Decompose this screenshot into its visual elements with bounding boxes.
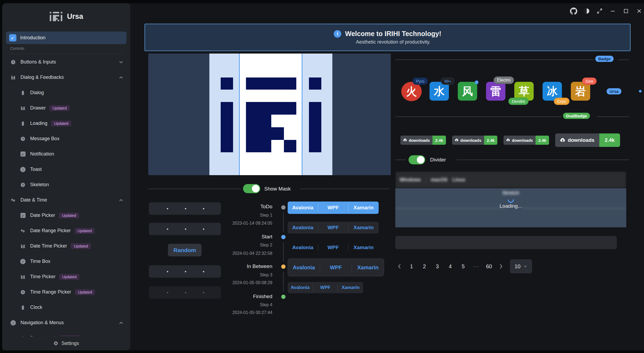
maximize-button[interactable] bbox=[622, 7, 630, 15]
date-picker-input[interactable] bbox=[149, 223, 221, 235]
theme-toggle-button[interactable] bbox=[583, 7, 591, 15]
updated-badge: Updated bbox=[51, 121, 71, 126]
divider bbox=[395, 59, 593, 60]
avalonia-button[interactable]: Avalonia bbox=[288, 264, 320, 271]
minimize-button[interactable] bbox=[609, 7, 617, 15]
chevron-up-icon bbox=[118, 75, 124, 80]
arrow-square-icon: ↙ bbox=[20, 213, 26, 218]
sidebar-item-toast[interactable]: ♪ Toast bbox=[2, 162, 130, 177]
sidebar-item-skeleton[interactable]: Skeleton bbox=[2, 177, 130, 192]
page-3-button[interactable]: 3 bbox=[432, 260, 442, 272]
sidebar-item-message-box[interactable]: Message Box bbox=[2, 131, 130, 146]
floppy-icon bbox=[10, 75, 16, 80]
wpf-button[interactable]: WPF bbox=[318, 245, 348, 250]
avalonia-button[interactable]: Avalonia bbox=[288, 285, 313, 290]
step-dot-todo bbox=[281, 205, 286, 210]
updated-badge: Updated bbox=[59, 274, 79, 280]
fullscreen-button[interactable] bbox=[596, 7, 604, 15]
sidebar-item-date-time-picker[interactable]: Date Time Picker Updated bbox=[2, 238, 130, 254]
settings-button[interactable]: ⚙ Settings bbox=[2, 336, 130, 350]
avalonia-button[interactable]: Avalonia bbox=[288, 225, 318, 231]
downloads-badge: downloads 2.4k bbox=[400, 136, 446, 145]
show-mask-toggle[interactable] bbox=[243, 184, 260, 193]
previous-page-button[interactable] bbox=[395, 260, 403, 272]
page-1-button[interactable]: 1 bbox=[407, 260, 416, 272]
github-button[interactable] bbox=[569, 7, 578, 15]
page-5-button[interactable]: 5 bbox=[458, 260, 468, 272]
wpf-button[interactable]: WPF bbox=[318, 225, 348, 231]
step-connector bbox=[283, 271, 284, 292]
trees-icon bbox=[20, 228, 26, 234]
ursa-logo-icon bbox=[49, 11, 63, 22]
empty-input-bar[interactable] bbox=[395, 236, 617, 249]
dendro-badge: Dendro bbox=[508, 98, 529, 105]
theme-toggle-icon bbox=[583, 8, 590, 15]
sidebar-item-date-picker[interactable]: ↙ Date Picker Updated bbox=[2, 208, 130, 223]
wpf-button[interactable]: WPF bbox=[320, 264, 352, 271]
element-electro: 雷 Electro bbox=[486, 82, 505, 101]
avalonia-button[interactable]: Avalonia bbox=[288, 205, 318, 211]
tab-windows[interactable]: Windows bbox=[400, 177, 421, 183]
divider-toggle[interactable] bbox=[409, 155, 425, 164]
step-dot-start bbox=[281, 235, 286, 239]
loading-panel: Windows macOS Linux Stretch Loading... bbox=[395, 171, 626, 227]
date-picker-input[interactable] bbox=[149, 202, 221, 215]
sidebar-item-notification[interactable]: ↙ Notification bbox=[2, 146, 130, 162]
count-badge: 99+ bbox=[441, 77, 455, 85]
step-name: ToDo bbox=[223, 204, 272, 210]
xamarin-button[interactable]: Xamarin bbox=[338, 285, 363, 290]
xamarin-button[interactable]: Xamarin bbox=[349, 205, 379, 211]
irihi-logo-image bbox=[148, 54, 391, 175]
electro-tile: 雷 bbox=[486, 82, 505, 101]
sidebar-item-date-time[interactable]: Date & Time bbox=[2, 192, 130, 208]
step-time: 2024-01-05 00:27:44 bbox=[223, 310, 272, 315]
button-group-large: Avalonia WPF Xamarin bbox=[288, 259, 384, 276]
divider bbox=[395, 160, 406, 160]
page-ellipsis: ··· bbox=[471, 264, 481, 269]
random-button[interactable]: Random bbox=[168, 244, 202, 256]
xamarin-button[interactable]: Xamarin bbox=[349, 225, 379, 231]
close-button[interactable] bbox=[635, 7, 643, 15]
sidebar-item-time-range-picker[interactable]: Time Range Picker Updated bbox=[2, 284, 130, 300]
sidebar-item-dialog-feedbacks[interactable]: Dialog & Feedbacks bbox=[2, 70, 130, 85]
sidebar-item-drawer[interactable]: Drawer Updated bbox=[2, 100, 130, 116]
clock-icon bbox=[20, 136, 26, 142]
page-size-value: 10 bbox=[515, 263, 520, 270]
step-label: Step 3 bbox=[223, 273, 272, 277]
tab-linux[interactable]: Linux bbox=[452, 177, 465, 183]
sidebar-item-date-range-picker[interactable]: Date Range Picker Updated bbox=[2, 223, 130, 238]
page-2-button[interactable]: 2 bbox=[420, 260, 429, 272]
date-picker-input[interactable] bbox=[149, 265, 221, 278]
sidebar-item-loading[interactable]: Loading Updated bbox=[2, 116, 130, 131]
sidebar-item-time-picker[interactable]: Time Picker Updated bbox=[2, 269, 130, 284]
next-page-button[interactable] bbox=[497, 260, 505, 272]
page-size-select[interactable]: 10 bbox=[510, 259, 532, 273]
sidebar-item-introduction[interactable]: ↙ Introduction bbox=[6, 31, 126, 44]
download-icon bbox=[506, 138, 510, 142]
step-label: Step 1 bbox=[223, 213, 272, 218]
xamarin-button[interactable]: Xamarin bbox=[352, 264, 384, 271]
sidebar-item-navigation-menus[interactable]: ♪ Navigation & Menus bbox=[2, 315, 130, 330]
sidebar-item-time-box[interactable]: ♪ Time Box bbox=[2, 254, 130, 269]
sidebar-section-controls: Controls bbox=[10, 46, 24, 51]
page-4-button[interactable]: 4 bbox=[445, 260, 455, 272]
wpf-button[interactable]: WPF bbox=[318, 205, 348, 211]
avalonia-button[interactable]: Avalonia bbox=[288, 245, 318, 250]
page-60-button[interactable]: 60 bbox=[484, 260, 494, 272]
badge-section-pill: Badge bbox=[595, 56, 614, 62]
info-icon: i bbox=[334, 30, 341, 38]
download-icon bbox=[560, 138, 565, 143]
sidebar-item-clock[interactable]: Clock bbox=[2, 300, 130, 315]
sidebar-item-buttons-inputs[interactable]: Buttons & Inputs bbox=[2, 54, 130, 70]
xamarin-button[interactable]: Xamarin bbox=[349, 245, 379, 250]
electro-badge: Electro bbox=[494, 76, 514, 84]
sidebar-item-dialog[interactable]: Dialog bbox=[2, 85, 130, 100]
button-group: Avalonia WPF Xamarin bbox=[288, 222, 379, 234]
music-note-icon: ♪ bbox=[10, 320, 16, 326]
wpf-button[interactable]: WPF bbox=[313, 285, 338, 290]
github-icon bbox=[570, 8, 577, 15]
sidebar: Ursa ↙ Introduction Controls Buttons & I… bbox=[2, 3, 130, 350]
updated-badge: Updated bbox=[50, 105, 70, 111]
minimize-icon bbox=[610, 8, 616, 14]
tab-macos[interactable]: macOS bbox=[431, 177, 448, 183]
